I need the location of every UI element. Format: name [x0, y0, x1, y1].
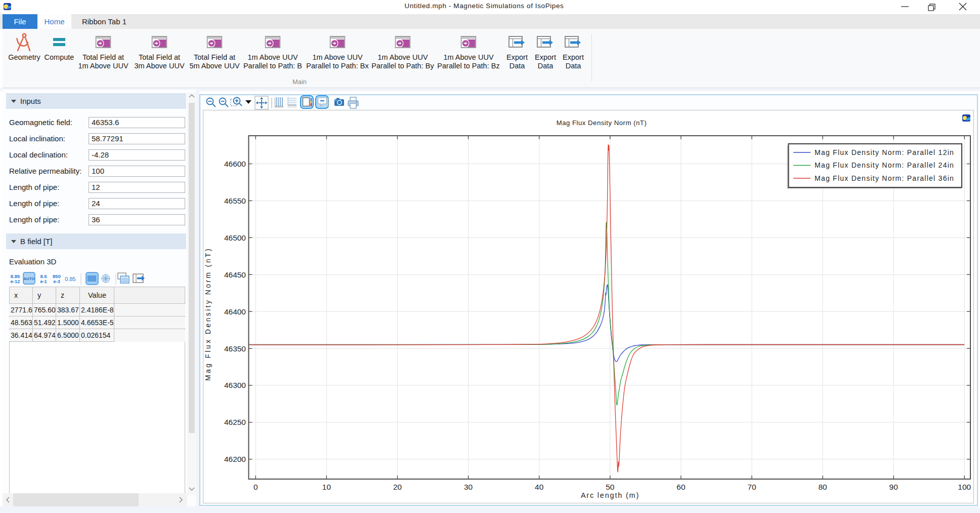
svg-text:100: 100: [958, 483, 971, 491]
svg-text:e-3: e-3: [53, 279, 60, 284]
svg-text:46300: 46300: [224, 381, 246, 389]
svg-text:40: 40: [535, 483, 544, 491]
svg-text:46200: 46200: [224, 455, 246, 463]
svg-text:46500: 46500: [224, 233, 246, 242]
svg-text:Mag Flux Density Norm (nT): Mag Flux Density Norm (nT): [557, 119, 647, 127]
svg-text:Mag Flux Density Norm (nT): Mag Flux Density Norm (nT): [204, 247, 212, 381]
svg-text:20: 20: [393, 483, 402, 491]
svg-text:46550: 46550: [224, 196, 246, 205]
svg-text:46400: 46400: [224, 307, 246, 316]
svg-text:80: 80: [818, 483, 827, 491]
svg-text:AUTO: AUTO: [23, 277, 35, 281]
svg-text:90: 90: [889, 483, 899, 491]
svg-text:46350: 46350: [224, 344, 246, 353]
svg-text:10: 10: [322, 483, 331, 491]
svg-text:0.85: 0.85: [65, 276, 75, 282]
svg-text:60: 60: [676, 483, 686, 491]
svg-text:70: 70: [747, 483, 756, 491]
svg-text:46450: 46450: [224, 270, 246, 279]
svg-text:50: 50: [606, 483, 615, 491]
svg-text:Arc length (m): Arc length (m): [581, 491, 640, 499]
svg-text:Mag Flux Density Norm: Paralle: Mag Flux Density Norm: Parallel 12in: [815, 148, 954, 156]
svg-text:Mag Flux Density Norm: Paralle: Mag Flux Density Norm: Parallel 24in: [815, 161, 954, 169]
svg-text:46600: 46600: [224, 160, 246, 168]
svg-text:e-12: e-12: [10, 279, 20, 284]
svg-text:30: 30: [464, 483, 473, 491]
svg-text:0: 0: [253, 483, 258, 491]
svg-text:e-1: e-1: [40, 279, 47, 284]
svg-text:Mag Flux Density Norm: Paralle: Mag Flux Density Norm: Parallel 36in: [815, 174, 954, 182]
svg-text:46250: 46250: [224, 418, 246, 426]
